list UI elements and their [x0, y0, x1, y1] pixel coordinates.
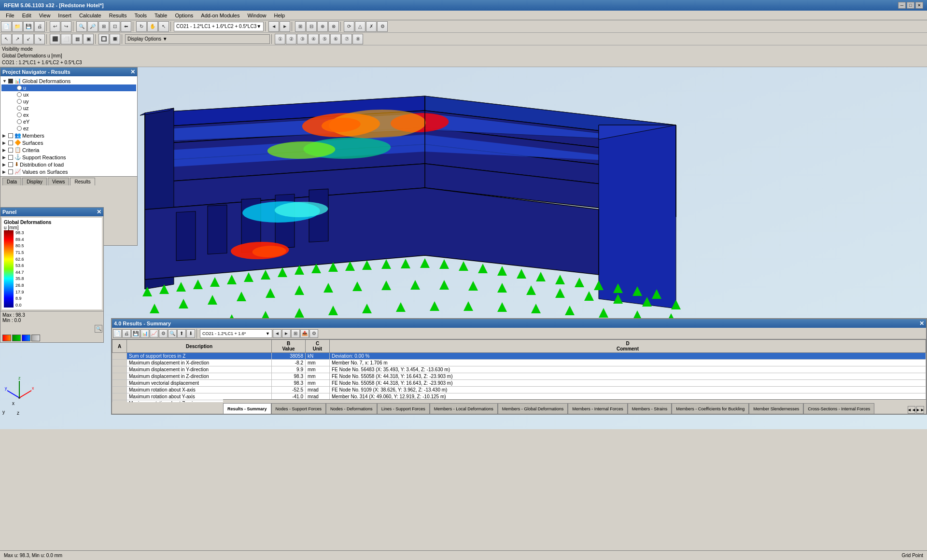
menu-calculate[interactable]: Calculate — [75, 12, 105, 19]
radio-ux[interactable] — [17, 92, 22, 97]
menu-addon[interactable]: Add-on Modules — [197, 12, 243, 19]
tab-members-buckling[interactable]: Members - Coefficients for Buckling — [672, 403, 749, 414]
results-close[interactable]: ✕ — [919, 320, 924, 327]
tab-results-summary[interactable]: Results - Summary — [223, 403, 271, 414]
toolbar-print[interactable]: 🖨 — [34, 21, 45, 32]
toolbar2-d6[interactable]: ⑥ — [330, 34, 341, 44]
tree-ex[interactable]: ex — [1, 112, 136, 118]
res-nav-prev[interactable]: ◄ — [273, 329, 281, 338]
tab-members-global-def[interactable]: Members - Global Deformations — [498, 403, 568, 414]
tab-lines-support-forces[interactable]: Lines - Support Forces — [377, 403, 430, 414]
check-criteria[interactable] — [8, 148, 13, 153]
results-table-container[interactable]: A Description BValue CUnit DComment Sum … — [112, 339, 926, 402]
toolbar2-b3[interactable]: ↙ — [23, 34, 34, 44]
toolbar2-b7[interactable]: ▦ — [72, 34, 83, 44]
toolbar-prev[interactable]: ◄ — [268, 21, 279, 32]
checkbox-global-def[interactable] — [8, 79, 13, 84]
toolbar-pan[interactable]: ✋ — [147, 21, 158, 32]
res-nav-next[interactable]: ► — [282, 329, 291, 338]
zoom-button[interactable]: 🔍 — [95, 325, 102, 333]
toolbar2-b9[interactable]: 🔲 — [98, 34, 109, 44]
tab-nav-next[interactable]: ►► — [916, 406, 924, 414]
toolbar2-d7[interactable]: ⑦ — [341, 34, 352, 44]
tab-views[interactable]: Views — [48, 178, 70, 185]
toolbar-zoom-window[interactable]: ⊡ — [110, 21, 120, 32]
toolbar-b1[interactable]: ⊞ — [295, 21, 306, 32]
tree-uy[interactable]: uy — [1, 98, 136, 105]
res-btn-6[interactable]: ⚙ — [159, 329, 168, 338]
toolbar-next[interactable]: ► — [280, 21, 290, 32]
tab-cross-sections-internal[interactable]: Cross-Sections - Internal Forces — [803, 403, 874, 414]
menu-options[interactable]: Options — [171, 12, 197, 19]
res-btn-4[interactable]: 📊 — [140, 329, 149, 338]
close-button[interactable]: ✕ — [915, 2, 923, 9]
display-dropdown[interactable]: Display Options ▼ — [125, 34, 270, 44]
color-btn-3[interactable] — [22, 335, 30, 341]
tree-u[interactable]: u — [1, 84, 136, 91]
res-export[interactable]: 📤 — [300, 329, 309, 338]
res-btn-5[interactable]: 📈 — [150, 329, 158, 338]
toolbar-redo[interactable]: ↪ — [61, 21, 71, 32]
toolbar-select[interactable]: ↖ — [158, 21, 169, 32]
table-row[interactable]: Maximum rotation about X-axis -52.5 mrad… — [112, 387, 926, 393]
toolbar2-d3[interactable]: ③ — [297, 34, 308, 44]
check-dist-load[interactable] — [8, 162, 13, 167]
toolbar2-b1[interactable]: ↖ — [1, 34, 12, 44]
toolbar2-b5[interactable]: ⬛ — [50, 34, 60, 44]
res-filter[interactable]: ⊞ — [291, 329, 300, 338]
tree-support-reactions[interactable]: ▶ ⚓ Support Reactions — [1, 154, 136, 161]
check-surfaces[interactable] — [8, 140, 13, 145]
tab-members-local-def[interactable]: Members - Local Deformations — [430, 403, 498, 414]
toolbar-c4[interactable]: ⚙ — [377, 21, 388, 32]
check-support-reactions[interactable] — [8, 155, 13, 160]
toolbar2-b2[interactable]: ↗ — [12, 34, 23, 44]
table-row[interactable]: Maximum displacement in Y-direction 9.9 … — [112, 366, 926, 373]
toolbar-c3[interactable]: ✗ — [366, 21, 377, 32]
tree-ez[interactable]: ez — [1, 125, 136, 132]
menu-tools[interactable]: Tools — [130, 12, 151, 19]
tab-members-strains[interactable]: Members - Strains — [628, 403, 672, 414]
expand-icon[interactable]: ▼ — [2, 79, 8, 84]
toolbar2-b8[interactable]: ▣ — [83, 34, 94, 44]
res-combination-dropdown[interactable]: CO21 - 1.2*LC1 + 1.6* ▼ — [200, 329, 272, 338]
toolbar-zoom-out[interactable]: 🔎 — [87, 21, 98, 32]
toolbar2-d1[interactable]: ① — [275, 34, 285, 44]
res-btn-8[interactable]: ⬆ — [177, 329, 186, 338]
legend-close[interactable]: ✕ — [97, 209, 101, 215]
tab-display[interactable]: Display — [22, 178, 47, 185]
table-row[interactable]: Maximum vectorial displacement 98.3 mm F… — [112, 380, 926, 387]
toolbar-b3[interactable]: ⊕ — [317, 21, 328, 32]
menu-insert[interactable]: Insert — [54, 12, 75, 19]
tab-members-internal-forces[interactable]: Members - Internal Forces — [568, 403, 628, 414]
table-row[interactable]: Maximum displacement in X-direction -8.2… — [112, 360, 926, 366]
check-values-surfaces[interactable] — [8, 169, 13, 174]
toolbar-save[interactable]: 💾 — [23, 21, 34, 32]
tab-data[interactable]: Data — [2, 178, 21, 185]
tab-nodes-deformations[interactable]: Nodes - Deformations — [326, 403, 377, 414]
check-members[interactable] — [8, 133, 13, 138]
res-btn-1[interactable]: 📄 — [113, 329, 122, 338]
toolbar-b2[interactable]: ⊟ — [306, 21, 317, 32]
radio-ex[interactable] — [17, 112, 22, 117]
toolbar-zoom-in[interactable]: 🔍 — [76, 21, 87, 32]
menu-results[interactable]: Results — [105, 12, 131, 19]
tree-criteria[interactable]: ▶ 📋 Criteria — [1, 146, 136, 154]
toolbar2-b4[interactable]: ↘ — [34, 34, 45, 44]
res-btn-9[interactable]: ⬇ — [186, 329, 195, 338]
menu-edit[interactable]: Edit — [18, 12, 35, 19]
toolbar2-b10[interactable]: 🔳 — [110, 34, 120, 44]
tree-members[interactable]: ▶ 👥 Members — [1, 132, 136, 139]
toolbar-b4[interactable]: ⊗ — [328, 21, 339, 32]
res-btn-2[interactable]: 🖨 — [122, 329, 131, 338]
color-btn-2[interactable] — [12, 335, 21, 341]
tree-ey[interactable]: eY — [1, 118, 136, 125]
toolbar2-d4[interactable]: ④ — [308, 34, 319, 44]
tree-values-on-surfaces[interactable]: ▶ 📈 Values on Surfaces — [1, 168, 136, 175]
toolbar2-b6[interactable]: ⬜ — [61, 34, 71, 44]
table-row[interactable]: Maximum displacement in Z-direction 98.3… — [112, 373, 926, 380]
radio-u[interactable] — [17, 85, 22, 90]
radio-ey[interactable] — [17, 119, 22, 124]
combination-dropdown-1[interactable]: CO21 - 1.2*LC1 + 1.6*LC2 + 0.5*LC3 ▼ — [174, 22, 264, 31]
toolbar-c1[interactable]: ⟳ — [344, 21, 354, 32]
toolbar-open[interactable]: 📁 — [12, 21, 23, 32]
